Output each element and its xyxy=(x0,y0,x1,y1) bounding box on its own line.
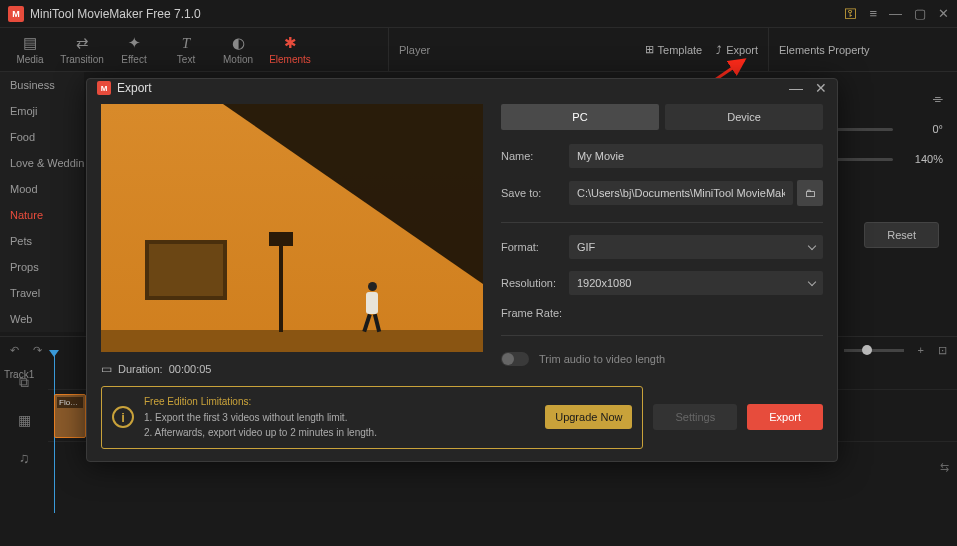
duration-value: 00:00:05 xyxy=(169,363,212,375)
track-label: Track1 xyxy=(4,369,34,380)
elements-icon: ✱ xyxy=(284,34,297,52)
tab-media[interactable]: ▤Media xyxy=(4,30,56,69)
titlebar: M MiniTool MovieMaker Free 7.1.0 ⚿ ≡ — ▢… xyxy=(0,0,957,28)
category-food[interactable]: Food xyxy=(0,124,84,150)
browse-button[interactable]: 🗀 xyxy=(797,180,823,206)
timeline-zoom-slider[interactable] xyxy=(844,349,904,352)
limitation-title: Free Edition Limitations: xyxy=(144,395,535,410)
settings-button[interactable]: Settings xyxy=(653,404,737,430)
category-business[interactable]: Business xyxy=(0,72,84,98)
resolution-select[interactable]: 1920x1080 xyxy=(569,271,823,295)
effect-icon: ✦ xyxy=(128,34,141,52)
tab-elements[interactable]: ✱Elements xyxy=(264,30,316,69)
main-toolbar: ▤Media ⇄Transition ✦Effect TText ◐Motion… xyxy=(0,28,957,72)
reset-button[interactable]: Reset xyxy=(864,222,939,248)
framerate-label: Frame Rate: xyxy=(501,307,569,319)
export-dialog: M Export — ✕ ▭ Duration: 00:00:05 PC Dev… xyxy=(86,78,838,462)
media-icon: ▤ xyxy=(23,34,37,52)
timeline-audio-icon[interactable]: ♫ xyxy=(0,439,48,477)
zoom-in-button[interactable]: + xyxy=(918,344,924,356)
key-icon[interactable]: ⚿ xyxy=(844,6,857,21)
tab-pc[interactable]: PC xyxy=(501,104,659,130)
chevron-down-icon xyxy=(809,277,815,289)
redo-button[interactable]: ↷ xyxy=(33,344,42,357)
info-icon: i xyxy=(112,406,134,428)
category-travel[interactable]: Travel xyxy=(0,280,84,306)
export-icon: ⤴ xyxy=(716,44,722,56)
template-button[interactable]: ⊞Template xyxy=(645,43,703,56)
scale-value: 140% xyxy=(903,153,943,165)
category-sidebar: Business Emoji Food Love & Wedding Mood … xyxy=(0,72,84,332)
tab-device[interactable]: Device xyxy=(665,104,823,130)
app-logo-icon: M xyxy=(8,6,24,22)
duration-icon: ▭ xyxy=(101,362,112,376)
saveto-input[interactable] xyxy=(569,181,793,205)
tab-motion[interactable]: ◐Motion xyxy=(212,30,264,69)
undo-button[interactable]: ↶ xyxy=(10,344,19,357)
transition-icon: ⇄ xyxy=(76,34,89,52)
category-pets[interactable]: Pets xyxy=(0,228,84,254)
tab-effect[interactable]: ✦Effect xyxy=(108,30,160,69)
dialog-title: Export xyxy=(117,81,777,95)
category-props[interactable]: Props xyxy=(0,254,84,280)
export-preview xyxy=(101,104,483,352)
text-icon: T xyxy=(182,35,190,52)
export-button[interactable]: ⤴Export xyxy=(716,44,758,56)
dialog-close-button[interactable]: ✕ xyxy=(815,80,827,96)
motion-icon: ◐ xyxy=(232,34,245,52)
trim-audio-toggle[interactable] xyxy=(501,352,529,366)
dialog-logo-icon: M xyxy=(97,81,111,95)
name-label: Name: xyxy=(501,150,569,162)
properties-panel-title: Elements Property xyxy=(779,44,869,56)
folder-icon: 🗀 xyxy=(805,187,816,199)
name-input[interactable] xyxy=(569,144,823,168)
limitation-notice: i Free Edition Limitations: 1. Export th… xyxy=(101,386,643,450)
category-love-wedding[interactable]: Love & Wedding xyxy=(0,150,84,176)
player-panel-title: Player xyxy=(399,44,631,56)
format-select[interactable]: GIF xyxy=(569,235,823,259)
shuffle-icon[interactable]: ⇆ xyxy=(940,461,949,474)
maximize-button[interactable]: ▢ xyxy=(914,6,926,21)
rotation-value: 0° xyxy=(903,123,943,135)
close-button[interactable]: ✕ xyxy=(938,6,949,21)
tab-transition[interactable]: ⇄Transition xyxy=(56,30,108,69)
limitation-line1: 1. Export the first 3 videos without len… xyxy=(144,411,535,426)
resolution-label: Resolution: xyxy=(501,277,569,289)
export-confirm-button[interactable]: Export xyxy=(747,404,823,430)
saveto-label: Save to: xyxy=(501,187,569,199)
tab-text[interactable]: TText xyxy=(160,30,212,69)
app-title: MiniTool MovieMaker Free 7.1.0 xyxy=(30,7,844,21)
timeline-video-icon[interactable]: ▦ xyxy=(0,401,48,439)
category-web[interactable]: Web xyxy=(0,306,84,332)
category-nature[interactable]: Nature xyxy=(0,202,84,228)
minimize-button[interactable]: — xyxy=(889,6,902,21)
upgrade-button[interactable]: Upgrade Now xyxy=(545,405,632,429)
menu-icon[interactable]: ≡ xyxy=(869,6,877,21)
limitation-line2: 2. Afterwards, export video up to 2 minu… xyxy=(144,426,535,441)
timeline-clip[interactable]: Flo… xyxy=(54,394,86,438)
template-icon: ⊞ xyxy=(645,43,654,56)
trim-audio-label: Trim audio to video length xyxy=(539,353,665,365)
dialog-minimize-button[interactable]: — xyxy=(789,80,803,96)
format-label: Format: xyxy=(501,241,569,253)
duration-label: Duration: xyxy=(118,363,163,375)
category-emoji[interactable]: Emoji xyxy=(0,98,84,124)
category-mood[interactable]: Mood xyxy=(0,176,84,202)
align-icon[interactable]: ⌯ xyxy=(932,93,943,105)
chevron-down-icon xyxy=(809,241,815,253)
zoom-fit-button[interactable]: ⊡ xyxy=(938,344,947,357)
